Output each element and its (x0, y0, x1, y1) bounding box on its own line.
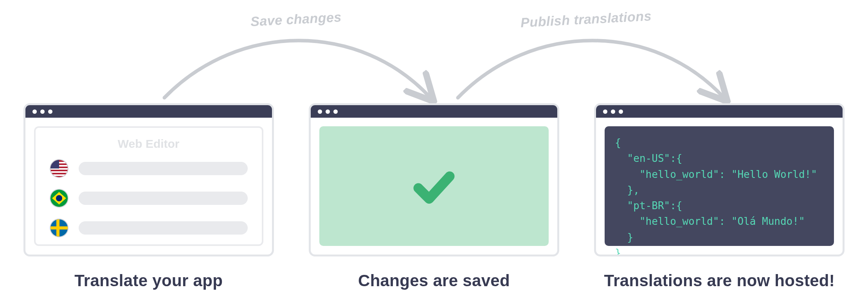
svg-rect-4 (50, 171, 68, 173)
placeholder-bar (79, 162, 248, 175)
window-dot-icon (619, 109, 623, 114)
window-dot-icon (40, 109, 45, 114)
caption-hosted: Translations are now hosted! (604, 271, 835, 290)
check-icon (411, 163, 457, 210)
window-titlebar (311, 105, 557, 118)
browser-hosted: { "en-US":{ "hello_world": "Hello World!… (594, 103, 845, 256)
window-dot-icon (603, 109, 607, 114)
window-titlebar (25, 105, 272, 118)
flag-br-icon (50, 189, 68, 208)
code-block: { "en-US":{ "hello_world": "Hello World!… (605, 126, 834, 246)
svg-point-9 (56, 195, 62, 201)
placeholder-bar (79, 192, 248, 205)
step-saved: Changes are saved (305, 103, 563, 290)
step-translate: Web Editor (20, 103, 277, 290)
window-titlebar (596, 105, 843, 118)
caption-translate: Translate your app (74, 271, 223, 290)
window-dot-icon (326, 109, 330, 114)
browser-saved (309, 103, 559, 256)
arc-label-save: Save changes (250, 9, 342, 29)
arc-label-publish: Publish translations (520, 8, 652, 30)
flag-us-icon (50, 159, 68, 178)
editor-card: Web Editor (34, 126, 263, 246)
window-dot-icon (611, 109, 615, 114)
arc-save (164, 41, 430, 98)
browser-editor: Web Editor (23, 103, 274, 256)
lang-row (50, 159, 248, 178)
lang-row (50, 189, 248, 208)
svg-rect-6 (50, 160, 59, 169)
flag-se-icon (50, 219, 68, 237)
window-dot-icon (32, 109, 37, 114)
saved-card (319, 126, 549, 246)
window-dot-icon (48, 109, 52, 114)
svg-rect-5 (50, 174, 68, 176)
flow-arcs: Save changes Publish translations (0, 0, 868, 102)
lang-row (50, 219, 248, 237)
arc-publish (458, 41, 724, 98)
diagram-stage: Web Editor (20, 103, 848, 290)
editor-title: Web Editor (50, 137, 248, 151)
step-hosted: { "en-US":{ "hello_world": "Hello World!… (591, 103, 848, 290)
placeholder-bar (79, 221, 248, 235)
svg-rect-12 (50, 226, 68, 229)
caption-saved: Changes are saved (358, 271, 510, 290)
window-dot-icon (333, 109, 338, 114)
window-dot-icon (318, 109, 322, 114)
